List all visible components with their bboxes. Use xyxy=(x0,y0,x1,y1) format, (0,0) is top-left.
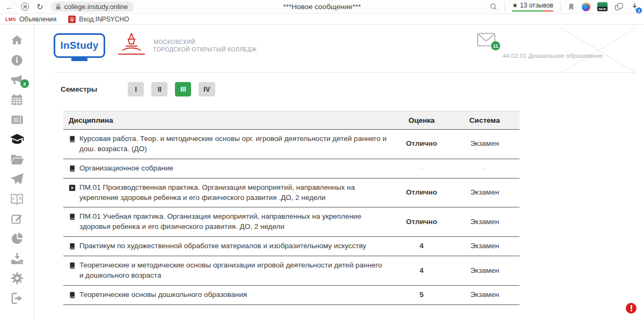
grade-cell: 4 xyxy=(393,237,450,256)
downloads-button[interactable]: 2 xyxy=(631,2,639,11)
system-cell: Экзамен xyxy=(450,207,519,237)
discipline-text: Курсовая работа. Теор. и методические ос… xyxy=(79,134,388,154)
star-icon: ★ xyxy=(512,2,518,9)
instudy-logo-stand xyxy=(71,58,87,61)
semesters-label: Семестры xyxy=(61,85,97,93)
system-cell: Экзамен xyxy=(450,130,519,159)
dictionary-icon[interactable]: Aя xyxy=(10,192,25,206)
grade-cell: 5 xyxy=(393,285,450,304)
announcements-badge: 3 xyxy=(20,79,29,88)
calendar-icon[interactable] xyxy=(10,93,25,107)
table-row: Теоретические и методические основы орга… xyxy=(63,256,519,286)
instudy-logo[interactable]: InStudy xyxy=(54,33,105,58)
extension-camera-inner xyxy=(583,4,589,10)
extension-collections-icon[interactable] xyxy=(614,3,624,11)
bookmark-inpsycho[interactable]: ψ Вход.INPSYCHO xyxy=(68,16,129,23)
bookmark-flag-icon[interactable] xyxy=(568,3,575,11)
logout-icon[interactable] xyxy=(10,291,25,305)
system-cell: Экзамен xyxy=(450,237,519,256)
divider xyxy=(504,3,505,11)
system-cell: Экзамен xyxy=(450,285,519,304)
table-row: Организационное собрание - - xyxy=(63,159,519,178)
grade-cell: - xyxy=(393,159,450,178)
extension-camera-icon[interactable] xyxy=(582,3,590,11)
semester-button[interactable]: II xyxy=(151,82,167,96)
table-row: Теоретические основы дошкольного образов… xyxy=(63,285,519,304)
semester-button[interactable]: III xyxy=(175,82,191,96)
discipline-text: ПМ.01 Учебная практика. Организация меро… xyxy=(79,212,388,232)
browser-toolbar: ← Я ↻ college.instudy.online ***Новое со… xyxy=(0,0,644,14)
sidebar: 3 Aя xyxy=(0,25,34,320)
grades-icon[interactable] xyxy=(10,132,25,146)
grade-cell: Отлично xyxy=(393,178,450,207)
divider xyxy=(560,3,561,11)
mail-button[interactable]: 11 xyxy=(477,32,496,47)
instudy-logo-text: InStudy xyxy=(60,40,98,51)
statistics-icon[interactable] xyxy=(10,232,25,245)
journal-icon[interactable] xyxy=(10,113,25,126)
home-icon[interactable] xyxy=(10,33,25,47)
info-icon[interactable] xyxy=(10,53,25,67)
reviews-rating-bar xyxy=(512,10,553,12)
column-discipline: Дисциплина xyxy=(63,111,393,130)
reviews-count: 13 отзывов xyxy=(520,2,553,9)
app-body: 3 Aя xyxy=(0,25,644,320)
bookmark-label: Объявления xyxy=(19,16,56,23)
browser-profile-icon[interactable]: Я xyxy=(21,3,29,11)
announcements-icon[interactable]: 3 xyxy=(10,73,25,87)
discipline-text: Практикум по художественной обработке ма… xyxy=(79,241,366,251)
broken-image-watermark xyxy=(561,28,636,73)
semester-button[interactable]: I xyxy=(128,82,144,96)
extension-new-icon[interactable]: NEW xyxy=(597,2,608,11)
book-icon xyxy=(69,136,76,143)
grade-cell: Отлично xyxy=(393,130,450,159)
lock-icon xyxy=(55,3,61,10)
address-bar[interactable]: college.instudy.online xyxy=(51,2,135,12)
discipline-text: ПМ.01 Производственная практика. Организ… xyxy=(79,183,388,203)
table-row: ПМ.01 Учебная практика. Организация меро… xyxy=(63,207,519,237)
college-logo: МОСКОВСКИЙ ГОРОДСКОЙ ОТКРЫТЫЙ КОЛЛЕДЖ xyxy=(115,32,257,59)
video-icon xyxy=(69,184,76,191)
error-alert-mark xyxy=(631,305,632,309)
college-tower-icon xyxy=(115,32,148,59)
compose-icon[interactable] xyxy=(10,212,25,226)
discipline-text: Организационное собрание xyxy=(79,163,173,174)
system-cell: - xyxy=(450,159,519,178)
book-icon xyxy=(69,262,76,269)
svg-text:A: A xyxy=(18,196,21,201)
refresh-icon[interactable]: ↻ xyxy=(36,3,43,11)
program-name: 44.02.01 Дошкольное образование xyxy=(502,53,603,59)
error-alert-icon[interactable] xyxy=(626,303,636,314)
semester-button[interactable]: IV xyxy=(199,82,215,96)
site-reviews-button[interactable]: ★ 13 отзывов xyxy=(512,2,553,12)
grade-cell: Отлично xyxy=(393,207,450,237)
discipline-text: Теоретические и методические основы орга… xyxy=(79,261,388,281)
search-icon[interactable] xyxy=(489,3,497,11)
table-row: Практикум по художественной обработке ма… xyxy=(63,237,519,256)
system-cell: Экзамен xyxy=(450,178,519,207)
semesters-row: Семестры IIIIIIIV xyxy=(54,82,636,96)
back-icon[interactable]: ← xyxy=(5,3,13,11)
semester-buttons: IIIIIIIV xyxy=(128,82,215,96)
book-icon xyxy=(69,213,76,220)
book-icon xyxy=(69,292,76,299)
table-row: ПМ.01 Производственная практика. Организ… xyxy=(63,178,519,207)
column-system: Система xyxy=(450,111,519,130)
settings-icon[interactable] xyxy=(10,271,25,285)
browser-window: ← Я ↻ college.instudy.online ***Новое со… xyxy=(0,0,644,320)
grades-table-header: Дисциплина Оценка Система xyxy=(63,111,519,130)
book-icon xyxy=(69,243,76,250)
grade-cell: 4 xyxy=(393,256,450,286)
url-text: college.instudy.online xyxy=(64,3,128,11)
files-icon[interactable] xyxy=(10,152,25,166)
discipline-text: Теоретические основы дошкольного образов… xyxy=(79,290,247,300)
grades-table: Дисциплина Оценка Система Курсовая работ… xyxy=(63,111,519,305)
downloads-icon[interactable] xyxy=(10,251,25,265)
toolbar-right: ★ 13 отзывов NEW 2 xyxy=(489,2,639,12)
inpsycho-favicon: ψ xyxy=(68,16,76,23)
mail-badge: 11 xyxy=(491,41,500,50)
messages-icon[interactable] xyxy=(10,172,25,186)
extension-new-art xyxy=(597,2,608,7)
column-grade: Оценка xyxy=(393,111,450,130)
bookmark-lms[interactable]: LMS Объявления xyxy=(5,16,56,23)
